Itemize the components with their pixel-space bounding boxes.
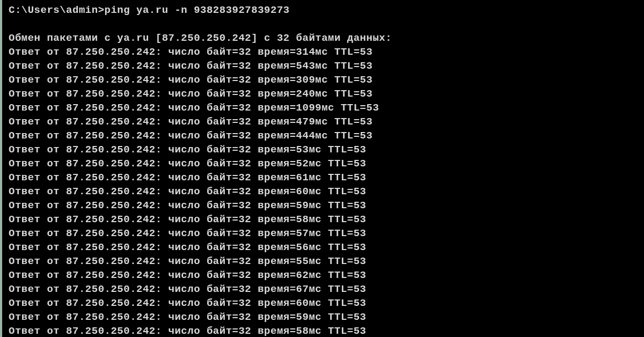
ping-replies: Ответ от 87.250.250.242: число байт=32 в…	[9, 45, 644, 337]
terminal-output: C:\Users\admin>ping ya.ru -n 93828392783…	[3, 2, 644, 337]
prompt: C:\Users\admin>	[9, 4, 105, 16]
ping-reply-line: Ответ от 87.250.250.242: число байт=32 в…	[9, 129, 644, 143]
window-left-edge	[0, 0, 2, 337]
ping-reply-line: Ответ от 87.250.250.242: число байт=32 в…	[9, 254, 644, 268]
ping-reply-line: Ответ от 87.250.250.242: число байт=32 в…	[9, 115, 644, 129]
ping-reply-line: Ответ от 87.250.250.242: число байт=32 в…	[9, 87, 644, 101]
command-line[interactable]: C:\Users\admin>ping ya.ru -n 93828392783…	[9, 3, 644, 17]
ping-reply-line: Ответ от 87.250.250.242: число байт=32 в…	[9, 268, 644, 282]
ping-reply-line: Ответ от 87.250.250.242: число байт=32 в…	[9, 73, 644, 87]
ping-header: Обмен пакетами с ya.ru [87.250.250.242] …	[9, 31, 644, 45]
ping-reply-line: Ответ от 87.250.250.242: число байт=32 в…	[9, 240, 644, 254]
ping-reply-line: Ответ от 87.250.250.242: число байт=32 в…	[9, 310, 644, 324]
ping-reply-line: Ответ от 87.250.250.242: число байт=32 в…	[9, 213, 644, 226]
ping-reply-line: Ответ от 87.250.250.242: число байт=32 в…	[9, 324, 644, 337]
ping-reply-line: Ответ от 87.250.250.242: число байт=32 в…	[9, 282, 644, 296]
ping-reply-line: Ответ от 87.250.250.242: число байт=32 в…	[9, 143, 644, 157]
command-text: ping ya.ru -n 938283927839273	[105, 4, 290, 16]
ping-reply-line: Ответ от 87.250.250.242: число байт=32 в…	[9, 199, 644, 213]
ping-reply-line: Ответ от 87.250.250.242: число байт=32 в…	[9, 157, 644, 171]
ping-reply-line: Ответ от 87.250.250.242: число байт=32 в…	[9, 171, 644, 185]
ping-reply-line: Ответ от 87.250.250.242: число байт=32 в…	[9, 45, 644, 59]
ping-reply-line: Ответ от 87.250.250.242: число байт=32 в…	[9, 296, 644, 310]
ping-reply-line: Ответ от 87.250.250.242: число байт=32 в…	[9, 59, 644, 73]
ping-reply-line: Ответ от 87.250.250.242: число байт=32 в…	[9, 226, 644, 240]
ping-reply-line: Ответ от 87.250.250.242: число байт=32 в…	[9, 185, 644, 199]
ping-reply-line: Ответ от 87.250.250.242: число байт=32 в…	[9, 101, 644, 115]
